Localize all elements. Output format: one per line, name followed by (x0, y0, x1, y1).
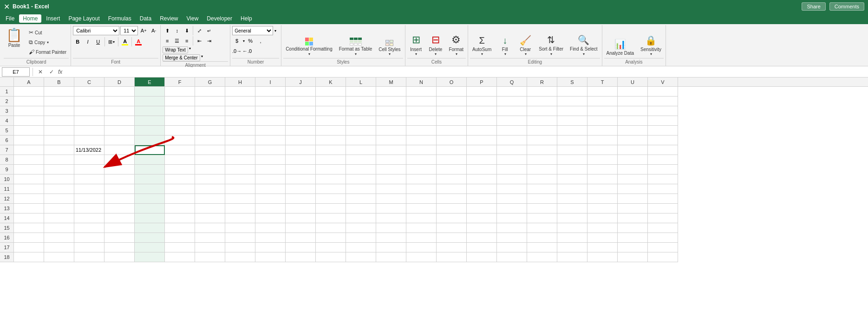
cell-L14[interactable] (346, 213, 376, 223)
dollar-dropdown-icon[interactable]: ▾ (243, 39, 245, 43)
cell-S11[interactable] (557, 184, 587, 194)
cell-B10[interactable] (44, 174, 74, 184)
decrease-decimal-button[interactable]: .0→ (232, 46, 241, 56)
cell-G6[interactable] (195, 136, 225, 145)
cell-C11[interactable] (74, 184, 104, 194)
row-header-10[interactable]: 10 (0, 174, 14, 184)
cell-E11[interactable] (135, 184, 165, 194)
cell-H4[interactable] (225, 116, 255, 126)
cell-T2[interactable] (587, 97, 618, 106)
cell-M10[interactable] (376, 174, 406, 184)
cell-E2[interactable] (135, 97, 165, 106)
cancel-formula-button[interactable]: ✕ (36, 67, 45, 77)
cell-E9[interactable] (135, 165, 165, 174)
cell-L5[interactable] (346, 126, 376, 136)
cell-I14[interactable] (255, 213, 286, 223)
cell-V8[interactable] (648, 155, 678, 165)
percent-button[interactable]: % (246, 36, 255, 45)
cell-M1[interactable] (376, 87, 406, 97)
cell-A2[interactable] (14, 97, 44, 106)
col-header-J[interactable]: J (286, 78, 316, 86)
italic-button[interactable]: I (83, 37, 92, 46)
cell-F12[interactable] (165, 194, 195, 204)
cell-S5[interactable] (557, 126, 587, 136)
cell-E5[interactable] (135, 126, 165, 136)
row-header-6[interactable]: 6 (0, 136, 14, 145)
cell-E13[interactable] (135, 204, 165, 213)
col-header-C[interactable]: C (74, 78, 104, 86)
cell-I17[interactable] (255, 243, 286, 252)
cell-J4[interactable] (286, 116, 316, 126)
cell-D4[interactable] (104, 116, 135, 126)
cell-I8[interactable] (255, 155, 286, 165)
cell-V9[interactable] (648, 165, 678, 174)
insert-dropdown[interactable]: ▾ (415, 52, 417, 56)
cell-G2[interactable] (195, 97, 225, 106)
cell-B11[interactable] (44, 184, 74, 194)
menu-formulas[interactable]: Formulas (104, 14, 135, 23)
cell-G16[interactable] (195, 233, 225, 243)
row-header-15[interactable]: 15 (0, 223, 14, 233)
cell-N17[interactable] (406, 243, 437, 252)
cell-N5[interactable] (406, 126, 437, 136)
cell-R6[interactable] (527, 136, 557, 145)
cell-S8[interactable] (557, 155, 587, 165)
col-header-R[interactable]: R (527, 78, 557, 86)
cell-L3[interactable] (346, 106, 376, 116)
row-header-7[interactable]: 7 (0, 145, 14, 155)
col-header-T[interactable]: T (587, 78, 618, 86)
cell-L4[interactable] (346, 116, 376, 126)
cell-G14[interactable] (195, 213, 225, 223)
cell-Q7[interactable] (497, 145, 527, 155)
cell-G18[interactable] (195, 252, 225, 262)
cell-C16[interactable] (74, 233, 104, 243)
row-header-11[interactable]: 11 (0, 184, 14, 194)
cell-E1[interactable] (135, 87, 165, 97)
increase-font-button[interactable]: A+ (139, 26, 148, 35)
cell-F11[interactable] (165, 184, 195, 194)
cell-C6[interactable] (74, 136, 104, 145)
cell-J11[interactable] (286, 184, 316, 194)
cell-R1[interactable] (527, 87, 557, 97)
cell-V13[interactable] (648, 204, 678, 213)
cell-B18[interactable] (44, 252, 74, 262)
cell-C12[interactable] (74, 194, 104, 204)
fill-button[interactable]: ↓ Fill ▾ (496, 27, 514, 58)
cell-L16[interactable] (346, 233, 376, 243)
cell-R7[interactable] (527, 145, 557, 155)
cell-D13[interactable] (104, 204, 135, 213)
cell-D17[interactable] (104, 243, 135, 252)
cell-S18[interactable] (557, 252, 587, 262)
delete-button[interactable]: ⊟ Delete ▾ (427, 27, 445, 58)
cell-C17[interactable] (74, 243, 104, 252)
col-header-U[interactable]: U (618, 78, 648, 86)
col-header-M[interactable]: M (376, 78, 406, 86)
cell-D14[interactable] (104, 213, 135, 223)
cell-D15[interactable] (104, 223, 135, 233)
cell-D10[interactable] (104, 174, 135, 184)
cell-R3[interactable] (527, 106, 557, 116)
dollar-button[interactable]: $ (232, 36, 241, 45)
cell-B4[interactable] (44, 116, 74, 126)
cell-Q3[interactable] (497, 106, 527, 116)
cell-Q18[interactable] (497, 252, 527, 262)
cell-E4[interactable] (135, 116, 165, 126)
cell-L8[interactable] (346, 155, 376, 165)
cell-D6[interactable] (104, 136, 135, 145)
cell-T7[interactable] (587, 145, 618, 155)
align-left-button[interactable]: ≡ (163, 36, 172, 45)
cell-R8[interactable] (527, 155, 557, 165)
cell-H13[interactable] (225, 204, 255, 213)
cell-A12[interactable] (14, 194, 44, 204)
cell-L10[interactable] (346, 174, 376, 184)
row-header-8[interactable]: 8 (0, 155, 14, 165)
cell-N8[interactable] (406, 155, 437, 165)
number-format-dropdown-icon[interactable]: ▾ (274, 29, 276, 33)
cell-Q8[interactable] (497, 155, 527, 165)
cell-I10[interactable] (255, 174, 286, 184)
cell-V12[interactable] (648, 194, 678, 204)
cell-H16[interactable] (225, 233, 255, 243)
cell-L6[interactable] (346, 136, 376, 145)
cell-L9[interactable] (346, 165, 376, 174)
cell-D18[interactable] (104, 252, 135, 262)
